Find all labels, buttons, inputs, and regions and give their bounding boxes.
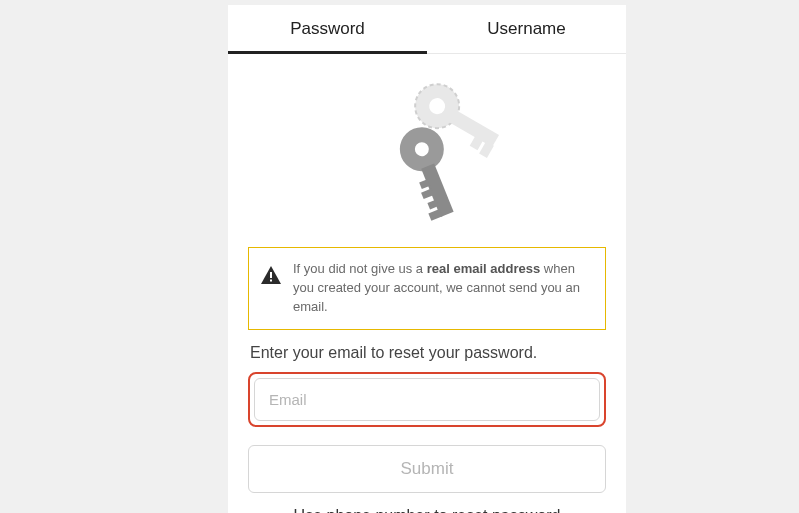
svg-rect-13	[270, 280, 272, 282]
content-area: If you did not give us a real email addr…	[228, 54, 626, 513]
submit-button[interactable]: Submit	[248, 445, 606, 493]
email-highlight	[248, 372, 606, 427]
key-icon	[248, 72, 606, 247]
warning-prefix: If you did not give us a	[293, 261, 427, 276]
tab-bar: Password Username	[228, 5, 626, 54]
warning-bold: real email address	[427, 261, 540, 276]
tab-username[interactable]: Username	[427, 5, 626, 53]
svg-rect-7	[421, 164, 453, 217]
svg-rect-12	[270, 272, 272, 278]
use-phone-link[interactable]: Use phone number to reset password	[248, 507, 606, 513]
tab-password[interactable]: Password	[228, 5, 427, 53]
reset-panel: Password Username	[228, 5, 626, 513]
warning-text: If you did not give us a real email addr…	[293, 260, 593, 317]
warning-box: If you did not give us a real email addr…	[248, 247, 606, 330]
email-input[interactable]	[254, 378, 600, 421]
warning-icon	[261, 266, 281, 288]
prompt-text: Enter your email to reset your password.	[250, 344, 606, 362]
